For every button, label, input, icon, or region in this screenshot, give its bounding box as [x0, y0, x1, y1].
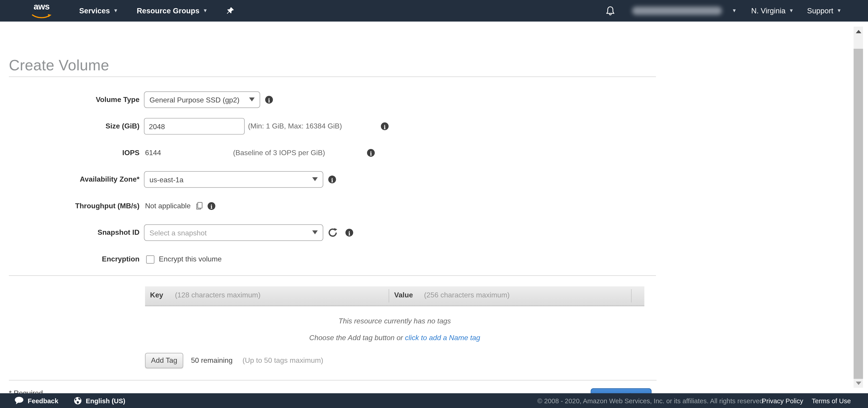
snapshot-label: Snapshot ID: [0, 224, 140, 241]
scroll-up-button[interactable]: [854, 27, 863, 36]
snapshot-row: Snapshot ID Select a snapshot i: [0, 224, 868, 241]
iops-label: IOPS: [0, 145, 140, 161]
tag-key-hint: (128 characters maximum): [175, 286, 260, 304]
speech-bubble-icon: [14, 397, 24, 405]
add-name-tag-link[interactable]: click to add a Name tag: [405, 333, 480, 342]
nav-resource-groups[interactable]: Resource Groups ▼: [137, 0, 208, 22]
bell-icon: [606, 5, 615, 16]
add-tag-hint-line: Choose the Add tag button or click to ad…: [145, 333, 645, 342]
scroll-down-button[interactable]: [854, 378, 863, 388]
tag-table-header: Key (128 characters maximum) Value (256 …: [145, 286, 645, 306]
size-label: Size (GiB): [0, 118, 140, 135]
no-tags-message: This resource currently has no tags: [145, 317, 645, 325]
iops-value: 6144: [145, 145, 161, 161]
volume-type-label: Volume Type: [0, 91, 140, 108]
info-icon[interactable]: i: [208, 202, 215, 210]
column-divider: [631, 289, 631, 302]
aws-console-page: aws Services ▼ Resource Groups ▼: [0, 0, 868, 408]
chevron-down-icon: [249, 97, 254, 101]
throughput-value: Not applicable: [145, 198, 191, 214]
account-name-redacted: [632, 6, 722, 15]
copy-icon: [195, 202, 203, 210]
aws-smile-icon: [32, 14, 52, 19]
nav-services[interactable]: Services ▼: [79, 0, 118, 22]
pin-shortcut-button[interactable]: [226, 0, 235, 22]
notifications-button[interactable]: [606, 0, 615, 22]
chevron-down-icon: [312, 230, 318, 234]
copy-button[interactable]: [195, 202, 203, 212]
privacy-policy-link[interactable]: Privacy Policy: [762, 393, 803, 408]
feedback-button[interactable]: Feedback: [14, 393, 58, 408]
terms-of-use-link[interactable]: Terms of Use: [812, 393, 851, 408]
chevron-down-icon: ▼: [203, 8, 208, 13]
availability-zone-row: Availability Zone* us-east-1a i: [0, 171, 868, 188]
triangle-up-icon: [856, 30, 861, 33]
chevron-down-icon: ▼: [113, 8, 118, 13]
info-icon[interactable]: i: [328, 175, 336, 183]
info-icon[interactable]: i: [367, 149, 375, 157]
availability-zone-select[interactable]: us-east-1a: [144, 171, 323, 188]
chevron-down-icon: ▼: [732, 8, 737, 13]
scrollbar-thumb[interactable]: [854, 49, 863, 379]
footer-bar: Feedback English (US) © 2008 - 2020, Ama…: [0, 393, 868, 408]
divider: [9, 77, 656, 77]
encryption-label: Encryption: [0, 251, 140, 267]
encrypt-checkbox-label: Encrypt this volume: [159, 251, 222, 267]
size-hint: (Min: 1 GiB, Max: 16384 GiB): [248, 118, 342, 135]
size-input[interactable]: [144, 118, 245, 135]
copyright-text: © 2008 - 2020, Amazon Web Services, Inc.…: [537, 393, 765, 408]
chevron-down-icon: [312, 177, 318, 181]
globe-icon: [74, 397, 82, 405]
snapshot-select[interactable]: Select a snapshot: [144, 224, 323, 241]
divider: [9, 380, 656, 380]
tags-remaining-count: 50 remaining: [191, 353, 232, 369]
iops-hint: (Baseline of 3 IOPS per GiB): [233, 145, 325, 161]
iops-row: IOPS 6144 (Baseline of 3 IOPS per GiB) i: [0, 145, 868, 161]
language-selector[interactable]: English (US): [74, 393, 125, 408]
info-icon[interactable]: i: [381, 122, 389, 130]
top-nav-bar: aws Services ▼ Resource Groups ▼: [0, 0, 868, 22]
chevron-down-icon: ▼: [837, 8, 842, 13]
tag-value-header: Value: [394, 286, 413, 304]
tag-value-hint: (256 characters maximum): [424, 286, 510, 304]
support-menu[interactable]: Support ▼: [807, 0, 842, 22]
info-icon[interactable]: i: [265, 96, 273, 104]
info-icon[interactable]: i: [345, 229, 353, 236]
availability-zone-label: Availability Zone*: [0, 171, 140, 188]
refresh-button[interactable]: [328, 228, 338, 239]
aws-logo[interactable]: aws: [31, 2, 52, 20]
throughput-row: Throughput (MB/s) Not applicable i: [0, 198, 868, 214]
volume-type-row: Volume Type General Purpose SSD (gp2) i: [0, 91, 868, 108]
vertical-scrollbar[interactable]: [854, 27, 863, 388]
account-menu[interactable]: ▼: [632, 0, 737, 22]
triangle-down-icon: [856, 381, 861, 385]
pushpin-icon: [226, 6, 235, 16]
divider: [9, 275, 656, 276]
chevron-down-icon: ▼: [789, 8, 794, 13]
tags-max-hint: (Up to 50 tags maximum): [243, 353, 323, 369]
volume-type-select[interactable]: General Purpose SSD (gp2): [144, 91, 260, 108]
tag-key-header: Key: [150, 286, 163, 304]
main-content: Create Volume Volume Type General Purpos…: [0, 22, 868, 393]
refresh-icon: [328, 228, 338, 238]
region-menu[interactable]: N. Virginia ▼: [751, 0, 794, 22]
aws-logo-text: aws: [31, 2, 52, 11]
add-tag-row: Add Tag 50 remaining (Up to 50 tags maxi…: [0, 353, 868, 369]
encryption-row: Encryption Encrypt this volume: [0, 251, 868, 267]
add-tag-button[interactable]: Add Tag: [145, 353, 183, 369]
page-title: Create Volume: [9, 57, 109, 74]
column-divider: [389, 289, 389, 302]
throughput-label: Throughput (MB/s): [0, 198, 140, 214]
size-row: Size (GiB) (Min: 1 GiB, Max: 16384 GiB) …: [0, 118, 868, 135]
encrypt-checkbox[interactable]: [146, 255, 155, 264]
